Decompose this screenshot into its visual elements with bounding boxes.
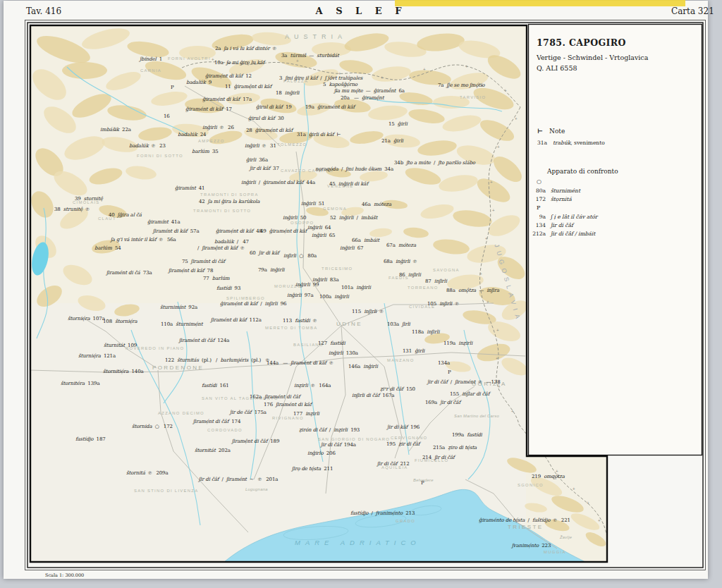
circle-symbol-icon: ○ — [537, 178, 542, 185]
apparato-entry-text: šturnimént — [551, 188, 580, 194]
note-entry-rest: , svenimento — [570, 140, 604, 146]
svg-text:+: + — [423, 66, 426, 71]
map-scale: Scala 1: 300.000 — [45, 572, 84, 578]
apparato-entry: 80ašturnimént — [527, 188, 580, 194]
legend-panel: 1785. CAPOGIRO Vertige - Schwindel - Vrt… — [527, 23, 703, 455]
apparato-entry: 212aĵir di čâf / imbáit — [527, 231, 595, 237]
svg-text:+: + — [497, 144, 500, 149]
svg-text:+: + — [465, 63, 468, 68]
apparato-entry-text: ʃ ị e lât il čáv atór — [551, 214, 597, 220]
legend-title: 1785. CAPOGIRO — [537, 37, 626, 48]
svg-text:+: + — [573, 486, 575, 491]
svg-text:+: + — [338, 71, 341, 75]
apparato-entry-text: štọrnitá — [551, 196, 572, 202]
apparato-header: Apparato di confronto — [547, 168, 618, 175]
atlas-plate-page: Tav. 416 A S L E F Carta 321 +++++++++++… — [0, 0, 722, 588]
legend-subtitle: Vertige - Schwindel - Vrtoglavica — [537, 54, 648, 61]
apparato-entry: 134ĵir di čâf — [527, 222, 573, 228]
svg-text:+: + — [479, 271, 482, 276]
svg-text:+: + — [490, 179, 493, 184]
note-marker-icon: ⊢ — [537, 128, 543, 135]
svg-text:+: + — [498, 384, 501, 388]
svg-text:+: + — [511, 408, 514, 413]
note-header: Note — [549, 128, 565, 135]
svg-text:+: + — [381, 75, 384, 80]
svg-text:+: + — [485, 235, 488, 240]
svg-text:+: + — [587, 500, 589, 505]
apparato-entry: 9aʃ ị e lât il čáv atór — [527, 214, 597, 220]
apparato-entry-number: 9a — [527, 214, 546, 220]
apparato-entry-number: 172 — [527, 196, 546, 202]
svg-text:+: + — [212, 56, 214, 61]
svg-text:+: + — [496, 327, 499, 332]
apparato-entry-number: 212a — [527, 231, 546, 237]
svg-text:+: + — [254, 61, 257, 66]
svg-text:+: + — [504, 87, 507, 92]
apparato-entry-text: ĵir di čâf — [551, 222, 573, 228]
apparato-entry-text: ĵir di čâf / imbáit — [551, 231, 595, 237]
svg-text:+: + — [296, 58, 299, 63]
legend-questionnaire: Q. ALI 6558 — [537, 64, 577, 72]
svg-text:+: + — [496, 355, 498, 360]
note-entry-word: trabúk — [553, 140, 570, 146]
svg-text:+: + — [556, 468, 558, 473]
apparato-entry-number: 80a — [527, 188, 546, 194]
apparato-entry-number: 134 — [527, 222, 546, 228]
apparato-entry: 172štọrnitá — [527, 196, 572, 202]
svg-text:+: + — [515, 116, 518, 121]
svg-text:+: + — [598, 517, 601, 522]
p-symbol-icon: P — [537, 204, 540, 211]
svg-text:+: + — [492, 207, 495, 212]
svg-text:+: + — [487, 299, 489, 304]
note-entry: 31atrabúk, svenimento — [537, 140, 605, 146]
note-entry-number: 31a — [537, 140, 547, 146]
